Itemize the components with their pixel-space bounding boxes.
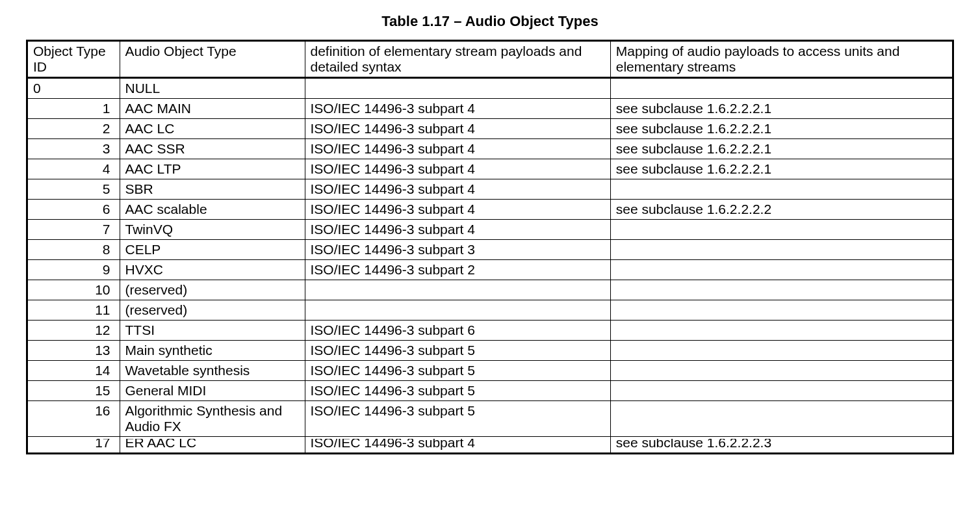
table-row: 10(reserved) <box>27 280 953 300</box>
cell-mapping <box>610 240 953 260</box>
cell-audio-object-type: TwinVQ <box>120 220 305 240</box>
cell-definition: ISO/IEC 14496-3 subpart 6 <box>305 321 610 341</box>
cell-mapping: see subclause 1.6.2.2.2.3 <box>610 437 953 454</box>
table-row: 14Wavetable synthesisISO/IEC 14496-3 sub… <box>27 361 953 381</box>
cell-definition: ISO/IEC 14496-3 subpart 4 <box>305 159 610 179</box>
table-row: 4AAC LTPISO/IEC 14496-3 subpart 4see sub… <box>27 159 953 179</box>
col-header-mapping: Mapping of audio payloads to access unit… <box>610 41 953 78</box>
cell-object-type-id: 15 <box>27 381 120 401</box>
cell-audio-object-type: AAC SSR <box>120 139 305 159</box>
table-row: 7TwinVQISO/IEC 14496-3 subpart 4 <box>27 220 953 240</box>
cell-mapping: see subclause 1.6.2.2.2.1 <box>610 139 953 159</box>
cell-mapping: see subclause 1.6.2.2.2.1 <box>610 99 953 119</box>
cell-audio-object-type: AAC LTP <box>120 159 305 179</box>
cell-audio-object-type: AAC MAIN <box>120 99 305 119</box>
cell-audio-object-type: General MIDI <box>120 381 305 401</box>
table-row: 9HVXCISO/IEC 14496-3 subpart 2 <box>27 260 953 280</box>
cell-audio-object-type: AAC LC <box>120 119 305 139</box>
cell-definition: ISO/IEC 14496-3 subpart 5 <box>305 381 610 401</box>
table-row: 17ER AAC LCISO/IEC 14496-3 subpart 4see … <box>27 437 953 454</box>
cell-mapping: see subclause 1.6.2.2.2.1 <box>610 159 953 179</box>
cell-audio-object-type: (reserved) <box>120 300 305 321</box>
table-row: 13Main syntheticISO/IEC 14496-3 subpart … <box>27 341 953 361</box>
cell-definition: ISO/IEC 14496-3 subpart 4 <box>305 99 610 119</box>
cell-definition: ISO/IEC 14496-3 subpart 3 <box>305 240 610 260</box>
table-row: 1AAC MAINISO/IEC 14496-3 subpart 4see su… <box>27 99 953 119</box>
cell-mapping: see subclause 1.6.2.2.2.2 <box>610 200 953 220</box>
cell-object-type-id: 4 <box>27 159 120 179</box>
cell-object-type-id: 14 <box>27 361 120 381</box>
cell-definition: ISO/IEC 14496-3 subpart 4 <box>305 437 610 454</box>
cell-object-type-id: 6 <box>27 200 120 220</box>
cell-object-type-id: 5 <box>27 179 120 200</box>
cell-object-type-id: 16 <box>27 401 120 437</box>
cell-audio-object-type: SBR <box>120 179 305 200</box>
cell-definition: ISO/IEC 14496-3 subpart 5 <box>305 401 610 437</box>
cell-audio-object-type: NULL <box>120 78 305 99</box>
col-header-audio-object-type: Audio Object Type <box>120 41 305 78</box>
cell-object-type-id: 7 <box>27 220 120 240</box>
cell-mapping <box>610 220 953 240</box>
table-row: 0NULL <box>27 78 953 99</box>
cell-audio-object-type: Wavetable synthesis <box>120 361 305 381</box>
cell-audio-object-type: (reserved) <box>120 280 305 300</box>
cell-definition <box>305 300 610 321</box>
cell-audio-object-type: Algorithmic Synthesis and Audio FX <box>120 401 305 437</box>
cell-definition <box>305 78 610 99</box>
cell-object-type-id: 0 <box>27 78 120 99</box>
table-title: Table 1.17 – Audio Object Types <box>26 13 954 30</box>
cell-mapping <box>610 260 953 280</box>
cell-definition: ISO/IEC 14496-3 subpart 4 <box>305 119 610 139</box>
cell-audio-object-type: AAC scalable <box>120 200 305 220</box>
col-header-object-type-id: Object Type ID <box>27 41 120 78</box>
cell-object-type-id: 2 <box>27 119 120 139</box>
cell-definition: ISO/IEC 14496-3 subpart 2 <box>305 260 610 280</box>
cell-object-type-id: 8 <box>27 240 120 260</box>
cell-mapping <box>610 341 953 361</box>
cell-mapping <box>610 401 953 437</box>
cell-object-type-id: 1 <box>27 99 120 119</box>
cell-audio-object-type: Main synthetic <box>120 341 305 361</box>
cell-mapping <box>610 78 953 99</box>
cell-object-type-id: 12 <box>27 321 120 341</box>
table-row: 5SBRISO/IEC 14496-3 subpart 4 <box>27 179 953 200</box>
table-row: 15General MIDIISO/IEC 14496-3 subpart 5 <box>27 381 953 401</box>
cell-mapping <box>610 361 953 381</box>
cell-mapping <box>610 280 953 300</box>
cell-object-type-id: 9 <box>27 260 120 280</box>
table-row: 2AAC LCISO/IEC 14496-3 subpart 4see subc… <box>27 119 953 139</box>
table-header-row: Object Type ID Audio Object Type definit… <box>27 41 953 78</box>
cell-mapping <box>610 381 953 401</box>
cell-definition: ISO/IEC 14496-3 subpart 4 <box>305 139 610 159</box>
cell-object-type-id: 10 <box>27 280 120 300</box>
cell-definition: ISO/IEC 14496-3 subpart 4 <box>305 179 610 200</box>
cell-audio-object-type: TTSI <box>120 321 305 341</box>
cell-definition: ISO/IEC 14496-3 subpart 5 <box>305 341 610 361</box>
cell-definition: ISO/IEC 14496-3 subpart 5 <box>305 361 610 381</box>
cell-mapping <box>610 321 953 341</box>
table-row: 12TTSIISO/IEC 14496-3 subpart 6 <box>27 321 953 341</box>
cell-object-type-id: 3 <box>27 139 120 159</box>
col-header-definition: definition of elementary stream payloads… <box>305 41 610 78</box>
cell-definition: ISO/IEC 14496-3 subpart 4 <box>305 200 610 220</box>
table-row: 6AAC scalableISO/IEC 14496-3 subpart 4se… <box>27 200 953 220</box>
audio-object-types-table: Object Type ID Audio Object Type definit… <box>26 40 954 454</box>
cell-definition <box>305 280 610 300</box>
cell-mapping <box>610 179 953 200</box>
table-row: 8CELPISO/IEC 14496-3 subpart 3 <box>27 240 953 260</box>
cell-audio-object-type: CELP <box>120 240 305 260</box>
cell-mapping: see subclause 1.6.2.2.2.1 <box>610 119 953 139</box>
cell-audio-object-type: ER AAC LC <box>120 437 305 454</box>
cell-object-type-id: 13 <box>27 341 120 361</box>
cell-definition: ISO/IEC 14496-3 subpart 4 <box>305 220 610 240</box>
cell-mapping <box>610 300 953 321</box>
table-row: 16Algorithmic Synthesis and Audio FXISO/… <box>27 401 953 437</box>
cell-object-type-id: 11 <box>27 300 120 321</box>
table-body: 0NULL1AAC MAINISO/IEC 14496-3 subpart 4s… <box>27 78 953 454</box>
cell-audio-object-type: HVXC <box>120 260 305 280</box>
table-row: 3AAC SSRISO/IEC 14496-3 subpart 4see sub… <box>27 139 953 159</box>
table-row: 11(reserved) <box>27 300 953 321</box>
cell-object-type-id: 17 <box>27 437 120 454</box>
